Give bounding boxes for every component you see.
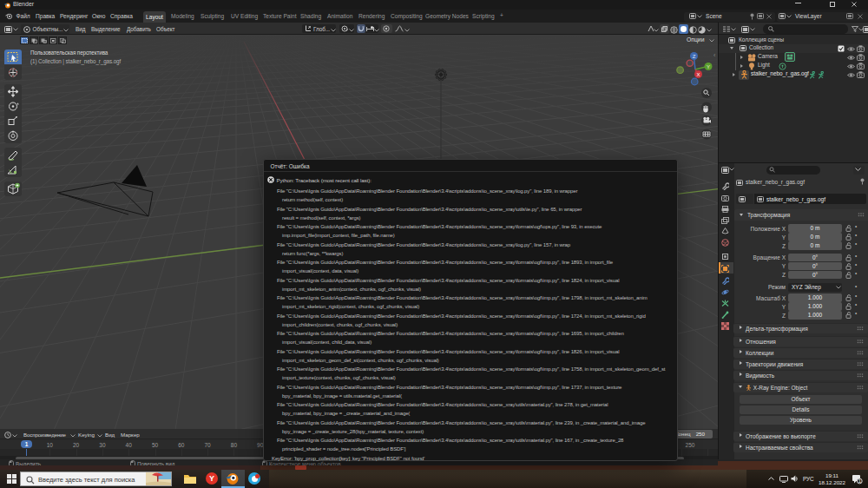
svg-text:X: X [696, 72, 700, 77]
svg-text:Y: Y [707, 64, 710, 69]
svg-text:Z: Z [693, 54, 696, 59]
